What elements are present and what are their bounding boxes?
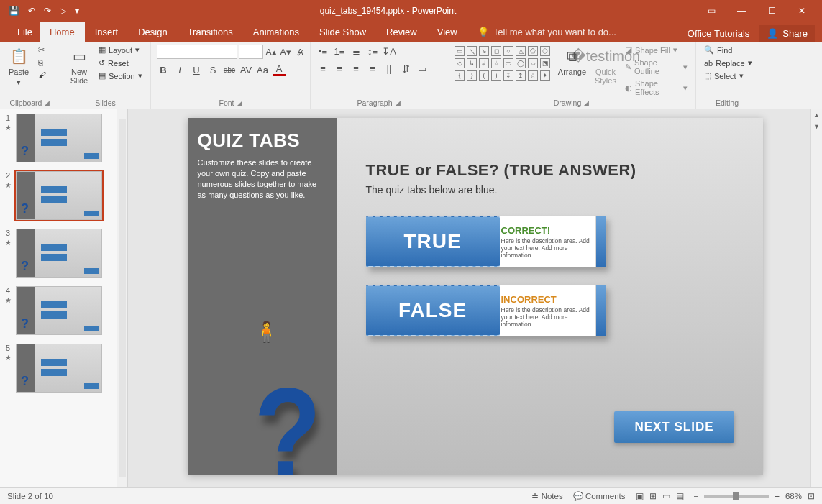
sitting-person-icon: 🧍 (254, 320, 279, 344)
shapes-gallery[interactable]: ▭＼↘◻○△⬠⬡ ◇↳↲☆⬭◯▱⬔ {}()↧↥☆✦ (453, 45, 552, 82)
tab-review[interactable]: Review (376, 22, 427, 42)
strikethrough-button[interactable]: abc (223, 63, 236, 76)
char-spacing-button[interactable]: AV (239, 63, 252, 76)
clear-formatting-button[interactable]: A̷ (293, 45, 306, 58)
reset-button[interactable]: ↺Reset (96, 58, 145, 68)
shape-effects-button[interactable]: ◐Shape Effects▾ (623, 78, 690, 97)
tab-home[interactable]: Home (40, 22, 85, 42)
slide-thumbnail[interactable]: 4★ ? (0, 282, 127, 339)
canvas-scrollbar[interactable]: ▲ ▼ (810, 109, 822, 487)
zoom-in-button[interactable]: + (775, 492, 780, 500)
slideshow-view-icon[interactable]: ▤ (676, 491, 684, 501)
italic-button[interactable]: I (173, 63, 186, 76)
normal-view-icon[interactable]: ▣ (636, 491, 644, 501)
group-clipboard: 📋 Paste ▾ ✂ ⎘ 🖌 Clipboard◢ (0, 42, 60, 109)
underline-button[interactable]: U (190, 63, 203, 76)
new-slide-button[interactable]: ▭ New Slide (66, 45, 92, 86)
convert-smartart-button[interactable]: ▭ (416, 62, 429, 75)
animation-star-icon: ★ (5, 239, 12, 247)
select-button[interactable]: ⬚Select▾ (702, 70, 754, 81)
close-button[interactable]: ✕ (787, 3, 816, 19)
window-controls: ▭ — ☐ ✕ (697, 3, 822, 19)
next-slide-button[interactable]: NEXT SLIDE (614, 411, 734, 443)
paste-dropdown-icon[interactable]: ▾ (17, 78, 21, 87)
redo-icon[interactable]: ↷ (44, 6, 51, 16)
slide-thumbnail[interactable]: 3★ ? (0, 224, 127, 282)
thumbnail-scrollbar[interactable] (117, 109, 127, 487)
quiz-tab-button[interactable]: TRUE (366, 216, 500, 267)
scroll-up-icon[interactable]: ▲ (811, 109, 822, 121)
office-tutorials-link[interactable]: Office Tutorials (688, 28, 749, 39)
justify-button[interactable]: ≡ (366, 62, 379, 75)
copy-button[interactable]: ⎘ (36, 58, 48, 68)
slide-thumbnail[interactable]: 1★ ? (0, 109, 127, 167)
dialog-launcher-icon[interactable]: ◢ (584, 99, 589, 106)
line-spacing-button[interactable]: ↕≡ (366, 45, 379, 58)
tab-design[interactable]: Design (128, 22, 177, 42)
dialog-launcher-icon[interactable]: ◢ (45, 99, 50, 106)
share-button[interactable]: 👤 Share (759, 25, 815, 42)
tab-file[interactable]: File (13, 22, 40, 42)
shape-fill-button[interactable]: ◪Shape Fill▾ (623, 45, 690, 55)
dialog-launcher-icon[interactable]: ◢ (396, 99, 401, 106)
start-from-beginning-icon[interactable]: ▷ (60, 6, 66, 16)
tab-view[interactable]: View (427, 22, 467, 42)
paste-button[interactable]: 📋 Paste ▾ (6, 45, 32, 88)
replace-button[interactable]: abReplace▾ (702, 58, 754, 68)
change-case-button[interactable]: Aa (256, 63, 269, 76)
group-label: Slides (66, 97, 145, 107)
comments-button[interactable]: 💬 Comments (573, 491, 626, 501)
grow-font-button[interactable]: A▴ (265, 45, 278, 58)
slide-main-area: TRUE or FALSE? (TRUE ANSWER) The quiz ta… (337, 118, 763, 475)
columns-button[interactable]: || (383, 62, 396, 75)
slide-position[interactable]: Slide 2 of 10 (7, 492, 53, 500)
slide-thumbnail[interactable]: 2★ ? (0, 167, 127, 224)
slide-sorter-view-icon[interactable]: ⊞ (649, 491, 657, 501)
shape-outline-button[interactable]: ✎Shape Outline▾ (623, 58, 690, 76)
save-icon[interactable]: 💾 (9, 6, 19, 16)
align-text-button[interactable]: ⇵ (399, 62, 412, 75)
minimize-button[interactable]: — (727, 3, 756, 19)
bullets-button[interactable]: •≡ (316, 45, 329, 58)
ribbon-display-options-icon[interactable]: ▭ (697, 3, 726, 19)
section-button[interactable]: ▤Section▾ (96, 70, 145, 81)
cut-button[interactable]: ✂ (36, 45, 48, 55)
zoom-slider[interactable] (704, 495, 769, 498)
find-button[interactable]: 🔍Find (702, 45, 754, 55)
zoom-out-button[interactable]: − (694, 492, 699, 500)
layout-button[interactable]: ▦Layout▾ (96, 45, 145, 55)
numbering-button[interactable]: 1≡ (333, 45, 346, 58)
undo-icon[interactable]: ↶ (28, 6, 35, 16)
text-direction-button[interactable]: ↧A (383, 45, 396, 58)
quiz-answer-panel: CORRECT! Here is the description area. A… (496, 216, 596, 267)
shrink-font-button[interactable]: A▾ (279, 45, 292, 58)
scroll-down-icon[interactable]: ▼ (811, 121, 822, 132)
align-right-button[interactable]: ≡ (350, 62, 362, 75)
maximize-button[interactable]: ☐ (757, 3, 786, 19)
text-shadow-button[interactable]: S (206, 63, 219, 76)
fit-to-window-icon[interactable]: ⊡ (808, 491, 815, 501)
format-painter-button[interactable]: 🖌 (36, 70, 48, 80)
list-level-button[interactable]: ≣ (350, 45, 362, 58)
slide[interactable]: QUIZ TABS Customize these slides to crea… (188, 118, 763, 475)
slide-thumbnail[interactable]: 5★ ? (0, 339, 127, 397)
tell-me-search[interactable]: 💡 Tell me what you want to do... (467, 22, 688, 42)
align-center-button[interactable]: ≡ (333, 62, 346, 75)
dialog-launcher-icon[interactable]: ◢ (237, 99, 242, 106)
font-size-input[interactable] (239, 45, 263, 59)
tab-animations[interactable]: Animations (243, 22, 309, 42)
reading-view-icon[interactable]: ▭ (662, 491, 670, 501)
align-left-button[interactable]: ≡ (316, 62, 329, 75)
font-family-input[interactable] (157, 45, 237, 59)
notes-button[interactable]: ≐ Notes (531, 491, 562, 501)
font-color-button[interactable]: A (273, 63, 286, 76)
quiz-tab-row: TRUE CORRECT! Here is the description ar… (366, 216, 763, 267)
select-icon: ⬚ (704, 71, 711, 81)
quick-styles-button[interactable]: �testimon Quick Styles (593, 45, 618, 86)
tab-insert[interactable]: Insert (85, 22, 129, 42)
tab-slideshow[interactable]: Slide Show (309, 22, 376, 42)
quiz-tab-button[interactable]: FALSE (366, 285, 500, 336)
bold-button[interactable]: B (157, 63, 170, 76)
tab-transitions[interactable]: Transitions (178, 22, 243, 42)
zoom-percent[interactable]: 68% (785, 492, 802, 500)
